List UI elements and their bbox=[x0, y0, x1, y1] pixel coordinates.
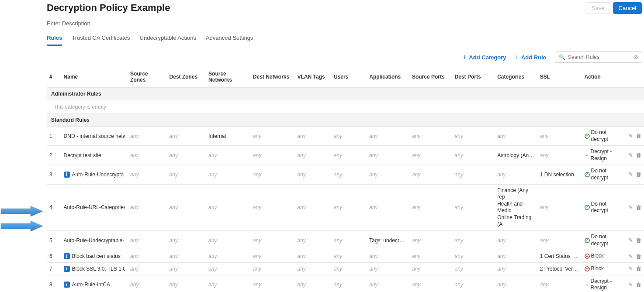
action-label: Block bbox=[591, 265, 604, 272]
action-label: Do not decrypt bbox=[591, 168, 620, 181]
check-circle-icon bbox=[585, 238, 590, 243]
add-rule-button[interactable]: + Add Rule bbox=[515, 54, 546, 61]
delete-icon[interactable]: 🗑 bbox=[636, 171, 641, 178]
add-category-button[interactable]: + Add Category bbox=[463, 54, 506, 61]
info-icon: i bbox=[64, 172, 70, 178]
delete-icon[interactable]: 🗑 bbox=[636, 237, 641, 244]
delete-icon[interactable]: 🗑 bbox=[636, 204, 641, 211]
search-input[interactable] bbox=[568, 54, 631, 60]
action-label: Do not decrypt bbox=[591, 234, 620, 247]
action-label: Do not decrypt bbox=[591, 129, 620, 143]
plus-icon: + bbox=[463, 54, 467, 61]
rule-name: Auto-Rule-Undecryptable- bbox=[64, 237, 125, 244]
plus-icon: + bbox=[515, 54, 519, 61]
table-row[interactable]: 4Auto-Rule-URL-Categoriesanyanyanyanyany… bbox=[47, 184, 644, 231]
info-icon: i bbox=[64, 266, 70, 272]
clear-search-icon[interactable]: ⊗ bbox=[633, 54, 638, 61]
cancel-button[interactable]: Cancel bbox=[613, 2, 642, 14]
delete-icon[interactable]: 🗑 bbox=[636, 282, 641, 288]
table-row[interactable]: 1DND - internal source netwanyanyInterna… bbox=[47, 127, 644, 146]
delete-icon[interactable]: 🗑 bbox=[636, 133, 641, 139]
arrow-right-icon: → bbox=[585, 282, 589, 288]
block-circle-icon bbox=[585, 266, 590, 271]
tab-undecryptable-actions[interactable]: Undecryptable Actions bbox=[140, 34, 196, 46]
col-name: Name bbox=[61, 66, 128, 88]
edit-icon[interactable]: ✎ bbox=[628, 171, 633, 178]
action-label: Decrypt - Resign bbox=[591, 278, 620, 292]
edit-icon[interactable]: ✎ bbox=[628, 265, 633, 272]
rule-name: Block bad cert status bbox=[72, 253, 121, 259]
empty-category-msg: This category is empty bbox=[47, 100, 644, 114]
rule-name: Auto-Rule-Undecrypta bbox=[72, 172, 124, 178]
tab-rules[interactable]: Rules bbox=[47, 34, 62, 46]
rule-name: Auto-Rule-URL-Categories bbox=[64, 204, 125, 210]
check-circle-icon bbox=[585, 172, 590, 177]
col-src-zones: Source Zones bbox=[128, 66, 167, 88]
info-icon: i bbox=[64, 282, 70, 288]
search-icon: 🔍 bbox=[559, 54, 565, 60]
col-dst-zones: Dest Zones bbox=[167, 66, 206, 88]
check-circle-icon bbox=[585, 205, 590, 210]
rule-name: Block SSL 3.0, TLS 1.0 bbox=[72, 266, 125, 272]
category-row: Administrator Rules bbox=[47, 88, 644, 100]
tabs: RulesTrusted CA CertificatesUndecryptabl… bbox=[47, 34, 644, 46]
action-label: Block bbox=[591, 253, 604, 260]
edit-icon[interactable]: ✎ bbox=[628, 204, 633, 211]
edit-icon[interactable]: ✎ bbox=[628, 133, 633, 139]
col-users: Users bbox=[331, 66, 367, 88]
block-circle-icon bbox=[585, 254, 590, 259]
col-apps: Applications bbox=[367, 66, 409, 88]
delete-icon[interactable]: 🗑 bbox=[636, 265, 641, 272]
description-input[interactable]: Enter Description bbox=[47, 20, 644, 27]
table-row[interactable]: 5Auto-Rule-Undecryptable-anyanyanyanyany… bbox=[47, 231, 644, 250]
search-rules[interactable]: 🔍 ⊗ bbox=[555, 52, 642, 63]
tab-trusted-ca-certificates[interactable]: Trusted CA Certificates bbox=[72, 34, 130, 46]
rule-name: Decrypt test site bbox=[64, 152, 101, 158]
edit-icon[interactable]: ✎ bbox=[628, 152, 633, 158]
col-vlan: VLAN Tags bbox=[295, 66, 331, 88]
table-row[interactable]: 7iBlock SSL 3.0, TLS 1.0anyanyanyanyanya… bbox=[47, 262, 644, 275]
annotation-arrow-1 bbox=[0, 205, 44, 218]
edit-icon[interactable]: ✎ bbox=[628, 282, 633, 288]
table-row[interactable]: 3iAuto-Rule-Undecryptaanyanyanyanyanyany… bbox=[47, 165, 644, 184]
edit-icon[interactable]: ✎ bbox=[628, 253, 633, 260]
annotation-arrow-2 bbox=[0, 220, 44, 233]
action-label: Decrypt - Resign bbox=[591, 148, 620, 162]
delete-icon[interactable]: 🗑 bbox=[636, 253, 641, 260]
col-categories: Categories bbox=[495, 66, 537, 88]
save-button[interactable]: Save bbox=[586, 2, 610, 14]
col-action: Action bbox=[582, 66, 622, 88]
rule-name: DND - internal source netw bbox=[64, 133, 125, 139]
table-row[interactable]: 8iAuto-Rule-IntCAanyanyanyanyanyanyanyan… bbox=[47, 275, 644, 292]
info-icon: i bbox=[64, 253, 70, 259]
table-row[interactable]: 2Decrypt test siteanyanyanyanyanyanyanya… bbox=[47, 146, 644, 165]
col-dst-nets: Dest Networks bbox=[250, 66, 295, 88]
rule-name: Auto-Rule-IntCA bbox=[72, 282, 110, 288]
rules-table: # Name Source Zones Dest Zones Source Ne… bbox=[47, 66, 644, 292]
col-ssl: SSL bbox=[537, 66, 582, 88]
col-src-nets: Source Networks bbox=[206, 66, 250, 88]
page-title: Decryption Policy Example bbox=[47, 2, 170, 14]
col-dst-ports: Dest Ports bbox=[452, 66, 495, 88]
col-number: # bbox=[47, 66, 61, 88]
table-row[interactable]: 6iBlock bad cert statusanyanyanyanyanyan… bbox=[47, 250, 644, 263]
category-row: Standard Rules bbox=[47, 114, 644, 127]
edit-icon[interactable]: ✎ bbox=[628, 237, 633, 244]
check-circle-icon bbox=[585, 134, 590, 139]
arrow-right-icon: → bbox=[585, 152, 589, 158]
col-src-ports: Source Ports bbox=[409, 66, 452, 88]
action-label: Do not decrypt bbox=[591, 201, 620, 214]
delete-icon[interactable]: 🗑 bbox=[636, 152, 641, 158]
tab-advanced-settings[interactable]: Advanced Settings bbox=[206, 34, 253, 46]
